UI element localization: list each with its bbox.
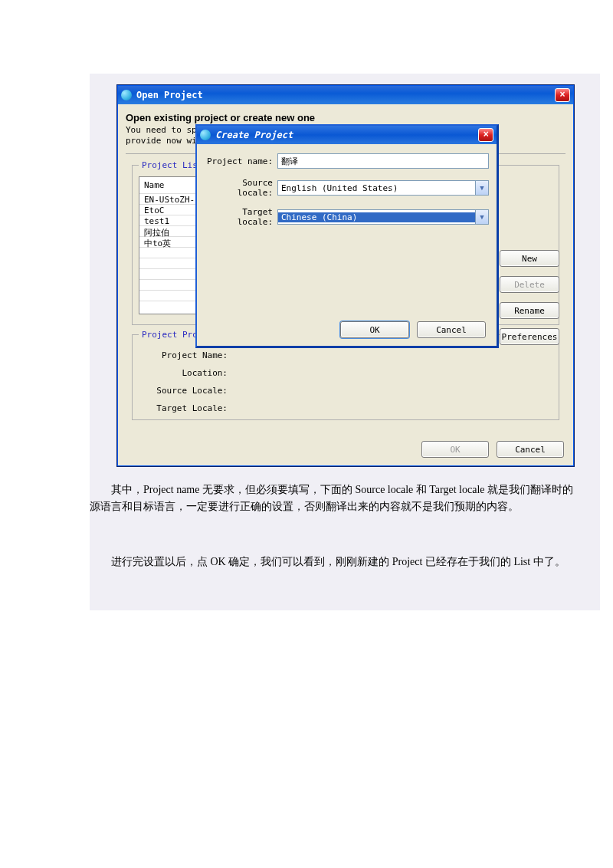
row-project-name: Project name: [197,149,497,173]
project-properties-table: Project Name: Location: Source Locale: T… [139,346,244,418]
prop-label-target-locale: Target Locale: [140,400,232,416]
create-project-titlebar[interactable]: Create Project × [197,126,497,144]
cancel-button[interactable]: Cancel [497,441,564,458]
label-project-name: Project name: [205,156,277,166]
open-project-heading: Open existing project or create new one [126,109,565,125]
preferences-button[interactable]: Preferences [500,328,559,345]
prop-label-location: Location: [140,365,232,381]
delete-button: Delete [500,276,559,293]
target-locale-value: Chinese (China) [278,212,475,222]
rename-button[interactable]: Rename [500,302,559,319]
source-locale-combo[interactable]: English (United States) ▼ [277,180,489,196]
close-icon[interactable]: × [555,88,570,102]
cancel-button[interactable]: Cancel [417,321,486,338]
target-locale-combo[interactable]: Chinese (China) ▼ [277,209,489,225]
chevron-down-icon[interactable]: ▼ [475,210,488,224]
body-paragraph-2: 进行完设置以后，点 OK 确定，我们可以看到，刚刚新建的 Project 已经存… [90,554,580,570]
source-locale-value: English (United States) [278,183,475,193]
app-icon [200,130,211,140]
open-project-titlebar[interactable]: Open Project × [118,86,573,104]
open-project-footer: OK Cancel [421,441,564,458]
ok-button: OK [421,441,489,458]
body-paragraph-1: 其中，Project name 无要求，但必须要填写，下面的 Source lo… [90,482,580,516]
side-buttons: New Delete Rename Preferences [500,250,559,345]
create-project-dialog: Create Project × Project name: Source lo… [195,124,499,348]
open-project-title: Open Project [136,90,203,100]
ok-button[interactable]: OK [340,321,409,338]
create-project-title: Create Project [215,130,293,140]
app-icon [121,90,132,100]
prop-label-project-name: Project Name: [140,347,232,363]
close-icon[interactable]: × [478,128,493,142]
label-target-locale: Target locale: [205,207,277,227]
row-target-locale: Target locale: Chinese (China) ▼ [197,202,497,232]
new-button[interactable]: New [500,250,559,267]
row-source-locale: Source locale: English (United States) ▼ [197,173,497,202]
project-name-input[interactable] [277,153,489,169]
create-project-footer: OK Cancel [340,321,486,338]
chevron-down-icon[interactable]: ▼ [475,181,488,195]
prop-label-source-locale: Source Locale: [140,383,232,399]
label-source-locale: Source locale: [205,178,277,198]
